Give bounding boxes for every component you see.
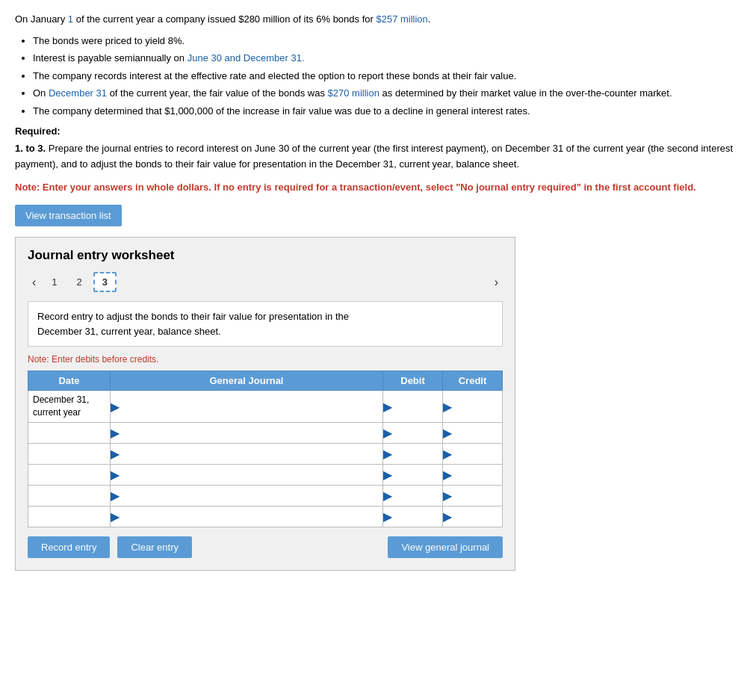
debit-cell-6[interactable]: ▶ [383, 506, 443, 527]
credit-input-3[interactable] [453, 445, 502, 462]
journal-input-2[interactable] [121, 424, 382, 441]
debit-marker-1: ▶ [383, 400, 392, 414]
credit-marker-4: ▶ [443, 468, 452, 482]
credit-marker-6: ▶ [443, 509, 452, 524]
col-header-debit: Debit [383, 371, 443, 391]
credit-cell-2[interactable]: ▶ [443, 422, 503, 443]
table-row: ▶ ▶ ▶ [28, 443, 503, 464]
col-header-credit: Credit [443, 371, 503, 391]
clear-entry-button[interactable]: Clear entry [117, 536, 192, 558]
credit-input-1[interactable] [453, 398, 502, 415]
tab-1[interactable]: 1 [43, 273, 65, 291]
credit-input-5[interactable] [453, 487, 502, 504]
credit-cell-1[interactable]: ▶ [443, 391, 503, 423]
debit-cell-1[interactable]: ▶ [383, 391, 443, 423]
date-cell-4 [28, 464, 111, 485]
journal-cell-3[interactable]: ▶ [111, 443, 383, 464]
debit-marker-3: ▶ [383, 447, 392, 461]
credit-input-2[interactable] [453, 424, 502, 441]
credit-cell-6[interactable]: ▶ [443, 506, 503, 527]
highlight-january1: 1 [68, 13, 73, 25]
credit-input-4[interactable] [453, 466, 502, 483]
next-tab-button[interactable]: › [490, 274, 503, 291]
debit-cell-4[interactable]: ▶ [383, 464, 443, 485]
journal-cell-2[interactable]: ▶ [111, 422, 383, 443]
journal-cell-4[interactable]: ▶ [111, 464, 383, 485]
record-entry-button[interactable]: Record entry [28, 536, 110, 558]
marker-icon-6: ▶ [111, 509, 120, 524]
debit-input-5[interactable] [394, 487, 442, 504]
marker-icon-2: ▶ [111, 426, 120, 440]
journal-input-4[interactable] [121, 466, 382, 483]
date-cell-5 [28, 485, 111, 506]
prev-tab-button[interactable]: ‹ [28, 274, 40, 291]
table-row: ▶ ▶ ▶ [28, 422, 503, 443]
journal-input-1[interactable] [121, 398, 382, 415]
debit-cell-5[interactable]: ▶ [383, 485, 443, 506]
col-header-journal: General Journal [111, 371, 383, 391]
table-row: ▶ ▶ ▶ [28, 464, 503, 485]
debit-cell-2[interactable]: ▶ [383, 422, 443, 443]
debit-marker-2: ▶ [383, 426, 392, 440]
marker-icon-5: ▶ [111, 489, 120, 503]
credit-marker-2: ▶ [443, 426, 452, 440]
table-row: December 31,current year ▶ ▶ ▶ [28, 391, 503, 423]
marker-icon-1: ▶ [111, 400, 120, 414]
required-label: Required: [15, 126, 735, 137]
note-text: Note: Enter your answers in whole dollar… [15, 180, 735, 195]
debit-input-1[interactable] [394, 398, 442, 415]
date-cell-6 [28, 506, 111, 527]
question-text: 1. to 3. Prepare the journal entries to … [15, 141, 735, 173]
journal-input-6[interactable] [121, 508, 382, 524]
intro-paragraph: On January 1 of the current year a compa… [15, 12, 735, 118]
debit-input-2[interactable] [394, 424, 442, 441]
bullet-4: On December 31 of the current year, the … [33, 86, 735, 101]
bottom-buttons: Record entry Clear entry View general jo… [28, 536, 503, 558]
view-general-journal-button[interactable]: View general journal [388, 536, 503, 558]
credit-cell-4[interactable]: ▶ [443, 464, 503, 485]
date-cell-2 [28, 422, 111, 443]
worksheet-container: Journal entry worksheet ‹ 1 2 3 › Record… [15, 237, 515, 571]
debit-marker-6: ▶ [383, 509, 392, 524]
bullet-5: The company determined that $1,000,000 o… [33, 104, 735, 119]
date-cell-1: December 31,current year [28, 391, 111, 423]
credit-marker-1: ▶ [443, 400, 452, 414]
journal-input-5[interactable] [121, 487, 382, 504]
bullet-2: Interest is payable semiannually on June… [33, 51, 735, 66]
credit-input-6[interactable] [453, 508, 502, 524]
journal-table: Date General Journal Debit Credit Decemb… [28, 371, 503, 527]
debit-cell-3[interactable]: ▶ [383, 443, 443, 464]
tab-2[interactable]: 2 [69, 273, 90, 291]
credit-marker-5: ▶ [443, 489, 452, 503]
journal-input-3[interactable] [121, 445, 382, 462]
highlight-257: $257 million [376, 13, 427, 25]
debit-input-4[interactable] [394, 466, 442, 483]
journal-cell-6[interactable]: ▶ [111, 506, 383, 527]
bullet-3: The company records interest at the effe… [33, 69, 735, 84]
debit-marker-4: ▶ [383, 468, 392, 482]
table-row: ▶ ▶ ▶ [28, 506, 503, 527]
col-header-date: Date [28, 371, 111, 391]
tab-3[interactable]: 3 [93, 272, 117, 292]
debit-marker-5: ▶ [383, 489, 392, 503]
worksheet-title: Journal entry worksheet [28, 248, 503, 263]
journal-cell-5[interactable]: ▶ [111, 485, 383, 506]
note-debits: Note: Enter debits before credits. [28, 354, 503, 365]
marker-icon-3: ▶ [111, 447, 120, 461]
journal-cell-1[interactable]: ▶ [111, 391, 383, 423]
credit-cell-3[interactable]: ▶ [443, 443, 503, 464]
date-cell-3 [28, 443, 111, 464]
marker-icon-4: ▶ [111, 468, 120, 482]
tab-navigation: ‹ 1 2 3 › [28, 272, 503, 292]
credit-marker-3: ▶ [443, 447, 452, 461]
bullet-1: The bonds were priced to yield 8%. [33, 34, 735, 49]
entry-description: Record entry to adjust the bonds to thei… [28, 301, 503, 347]
debit-input-6[interactable] [394, 508, 442, 524]
view-transaction-button[interactable]: View transaction list [15, 205, 122, 226]
debit-input-3[interactable] [394, 445, 442, 462]
credit-cell-5[interactable]: ▶ [443, 485, 503, 506]
table-row: ▶ ▶ ▶ [28, 485, 503, 506]
